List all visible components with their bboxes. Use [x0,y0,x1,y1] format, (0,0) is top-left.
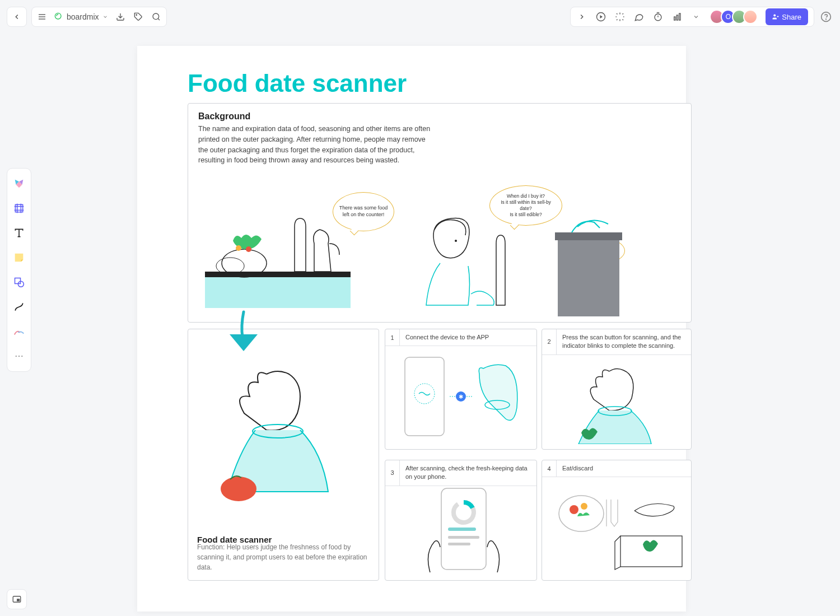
svg-point-57 [581,503,587,510]
minimap-button[interactable] [7,589,27,609]
svg-point-15 [774,15,776,17]
sticky-note-tool[interactable] [9,246,29,269]
comment-icon[interactable] [633,11,645,22]
svg-marker-8 [600,15,603,18]
page-title: Food date scanner [188,69,407,97]
svg-rect-14 [679,13,680,20]
background-panel: Background The name and expiration data … [188,103,692,323]
background-body: The name and expiration data of food, se… [198,124,433,166]
select-tool[interactable] [9,172,29,195]
text-tool[interactable] [9,221,29,245]
step-text: Press the scan button for scanning, and … [557,329,691,354]
svg-rect-35 [205,277,351,308]
person-illustration [407,210,524,322]
svg-rect-40 [555,232,622,240]
sparkle-icon[interactable] [614,11,626,22]
svg-rect-52 [448,528,476,531]
help-button[interactable] [819,10,833,24]
chart-icon[interactable] [671,11,683,22]
step-panel-3: 3 After scanning, check the fresh-keepin… [385,460,537,581]
svg-rect-12 [674,17,675,20]
svg-point-31 [21,356,22,357]
background-heading: Background [198,111,681,122]
more-tools[interactable] [9,344,29,368]
svg-rect-27 [15,278,21,284]
step-text: Connect the device to the APP [400,329,494,346]
step-number: 3 [385,460,400,486]
step3-illustration [408,486,520,578]
svg-text:✱: ✱ [459,394,463,400]
search-icon[interactable] [151,11,162,22]
step-panel-4: 4 Eat/discard [542,460,692,581]
step-number: 4 [542,460,557,477]
step-panel-2: 2 Press the scan button for scanning, an… [542,329,692,450]
step-panel-1: 1 Connect the device to the APP ✱ [385,329,537,450]
download-icon[interactable] [115,11,126,22]
canvas[interactable]: Food date scanner Background The name an… [137,46,686,612]
svg-point-42 [221,477,256,501]
tool-sidebar [7,168,31,372]
svg-rect-13 [677,15,678,20]
frame-tool[interactable] [9,197,29,220]
menu-icon[interactable] [36,11,48,22]
svg-rect-54 [448,543,470,545]
play-icon[interactable] [595,11,606,22]
svg-point-56 [570,505,578,514]
chevron-down-icon[interactable] [690,11,702,22]
svg-point-4 [136,15,137,15]
scanner-panel: Food date scanner Function: Help users j… [188,329,379,581]
user-avatars[interactable]: O [710,10,758,24]
filename-dropdown[interactable]: boardmix [54,12,108,21]
arrow-down-icon [221,309,266,360]
svg-point-19 [826,19,827,20]
counter-illustration [199,199,356,311]
svg-point-38 [455,240,457,242]
svg-rect-20 [15,204,22,212]
svg-point-30 [18,356,20,357]
svg-point-5 [153,13,159,20]
step-number: 1 [385,329,400,346]
svg-point-28 [18,281,24,287]
trash-illustration [541,204,675,322]
share-button[interactable]: Share [766,8,808,25]
svg-point-37 [246,246,251,252]
timer-icon[interactable] [652,11,664,22]
svg-rect-43 [405,357,444,436]
back-button[interactable] [7,7,27,27]
svg-point-36 [236,245,241,251]
step4-illustration [550,483,685,578]
step1-illustration: ✱ [396,352,525,441]
chevron-right-icon[interactable] [576,11,587,22]
svg-line-6 [158,18,160,20]
step-text: After scanning, check the fresh-keeping … [400,460,536,486]
share-label: Share [782,13,801,21]
connector-tool[interactable] [9,295,29,319]
scanner-illustration [199,352,367,514]
step-text: Eat/discard [557,460,599,477]
svg-point-29 [16,356,17,357]
tag-icon[interactable] [133,11,144,22]
step-number: 2 [542,329,557,354]
svg-rect-53 [448,536,479,539]
filename-text: boardmix [67,12,99,21]
step2-illustration [553,360,682,444]
svg-rect-33 [17,599,20,601]
avatar [743,10,758,24]
scanner-body: Function: Help users judge the freshness… [197,542,370,572]
svg-rect-39 [558,238,619,316]
pen-tool[interactable] [9,320,29,343]
shape-tool[interactable] [9,270,29,294]
